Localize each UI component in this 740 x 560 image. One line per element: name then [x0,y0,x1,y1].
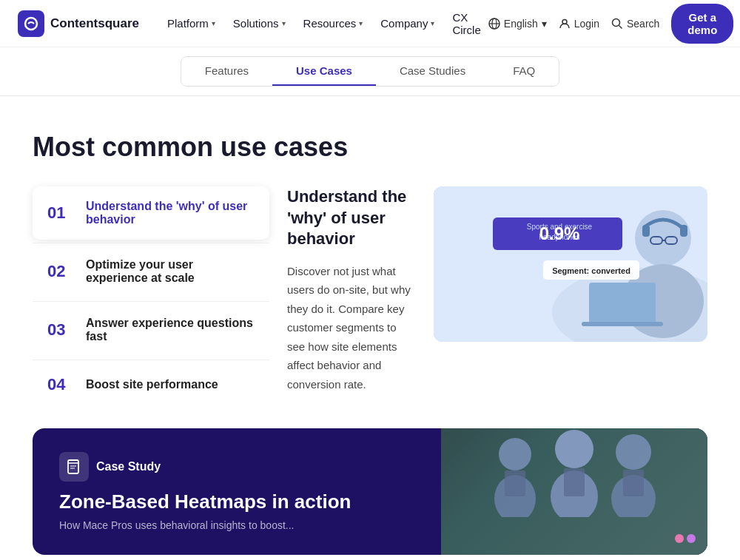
use-case-item-1[interactable]: 01 Understand the 'why' of user behavior [33,186,269,240]
tab-bar: Features Use Cases Case Studies FAQ [0,47,740,96]
people-illustration [441,428,707,517]
use-case-label-3: Answer experience questions fast [86,317,255,343]
nav-left: Contentsquare Platform ▾ Solutions ▾ Res… [18,7,488,41]
navbar: Contentsquare Platform ▾ Solutions ▾ Res… [0,0,740,47]
svg-text:0.9%: 0.9% [539,223,580,243]
use-case-num-4: 04 [47,375,74,394]
language-selector[interactable]: English ▾ [488,18,547,30]
search-icon [611,18,623,30]
nav-right: English ▾ Login Search Get a demo [488,4,734,44]
case-study-badge: Case Study [59,452,161,482]
chevron-down-icon: ▾ [212,19,215,27]
nav-item-solutions[interactable]: Solutions ▾ [226,13,293,34]
use-case-text: Understand the 'why' of user behavior Di… [287,186,416,394]
svg-rect-32 [564,468,585,496]
divider [33,243,269,243]
svg-rect-14 [680,225,687,237]
use-case-item-3[interactable]: 03 Answer experience questions fast [33,303,269,357]
case-study-tag: Case Study [96,460,161,473]
nav-item-platform[interactable]: Platform ▾ [160,13,223,34]
chevron-down-icon: ▾ [542,18,547,30]
svg-rect-33 [623,470,644,496]
chevron-down-icon: ▾ [359,19,363,27]
person-image: Sports and exercise headphones 0.9% Segm… [434,186,707,342]
svg-line-6 [619,25,622,28]
case-study-image [441,428,707,555]
svg-point-5 [612,18,619,26]
dots-decoration [675,534,696,543]
nav-item-company[interactable]: Company ▾ [373,13,442,34]
svg-rect-12 [582,322,663,326]
use-case-label-1: Understand the 'why' of user behavior [86,200,255,226]
svg-point-0 [25,18,37,30]
chevron-down-icon: ▾ [282,19,286,27]
nav-menu: Platform ▾ Solutions ▾ Resources ▾ Compa… [160,7,488,41]
svg-point-29 [616,434,651,470]
nav-item-cx-circle[interactable]: CX Circle [445,7,488,41]
tab-features[interactable]: Features [181,57,272,86]
tab-use-cases[interactable]: Use Cases [272,57,376,86]
detail-body: Discover not just what users do on-site,… [287,262,416,394]
divider [33,360,269,360]
svg-point-27 [555,430,593,468]
main-content: Most common use cases 01 Understand the … [0,96,740,560]
use-case-label-4: Boost site performance [86,378,218,391]
case-study-content: Case Study Zone-Based Heatmaps in action… [33,428,441,555]
search-button[interactable]: Search [611,18,659,30]
svg-rect-31 [505,470,525,496]
get-demo-button[interactable]: Get a demo [671,4,733,44]
svg-rect-11 [589,283,656,323]
logo-text: Contentsquare [50,16,139,31]
tab-bar-inner: Features Use Cases Case Studies FAQ [181,56,559,87]
case-study-section: Case Study Zone-Based Heatmaps in action… [33,428,707,555]
svg-rect-13 [642,225,650,237]
svg-rect-24 [68,460,78,473]
use-cases-layout: 01 Understand the 'why' of user behavior… [33,186,707,411]
svg-text:Segment: converted: Segment: converted [552,266,630,275]
use-case-num-2: 02 [47,262,74,281]
use-case-item-4[interactable]: 04 Boost site performance [33,362,269,408]
divider [33,301,269,302]
tab-faq[interactable]: FAQ [489,57,559,86]
dot-1 [675,534,684,543]
user-icon [559,18,571,30]
case-study-icon [59,452,89,482]
illustration-svg: Sports and exercise headphones 0.9% Segm… [434,186,707,342]
use-case-item-2[interactable]: 02 Optimize your user experience at scal… [33,245,269,298]
dot-2 [687,534,696,543]
tab-case-studies[interactable]: Case Studies [376,57,489,86]
svg-point-25 [499,438,531,470]
use-case-label-2: Optimize your user experience at scale [86,258,255,285]
case-study-subtitle: How Mace Pros uses behavioral insights t… [59,519,414,531]
use-cases-list: 01 Understand the 'why' of user behavior… [33,186,269,411]
globe-icon [488,18,500,30]
use-case-detail: Understand the 'why' of user behavior Di… [287,186,707,394]
logo-icon [18,10,44,37]
use-case-num-1: 01 [47,203,74,223]
section-title: Most common use cases [33,132,707,163]
use-case-num-3: 03 [47,320,74,340]
nav-item-resources[interactable]: Resources ▾ [296,13,371,34]
chevron-down-icon: ▾ [431,19,434,27]
logo[interactable]: Contentsquare [18,10,139,37]
case-study-title: Zone-Based Heatmaps in action [59,490,414,513]
book-icon [66,459,82,475]
detail-title: Understand the 'why' of user behavior [287,186,416,250]
use-case-image: Sports and exercise headphones 0.9% Segm… [434,186,707,342]
login-button[interactable]: Login [559,18,599,30]
